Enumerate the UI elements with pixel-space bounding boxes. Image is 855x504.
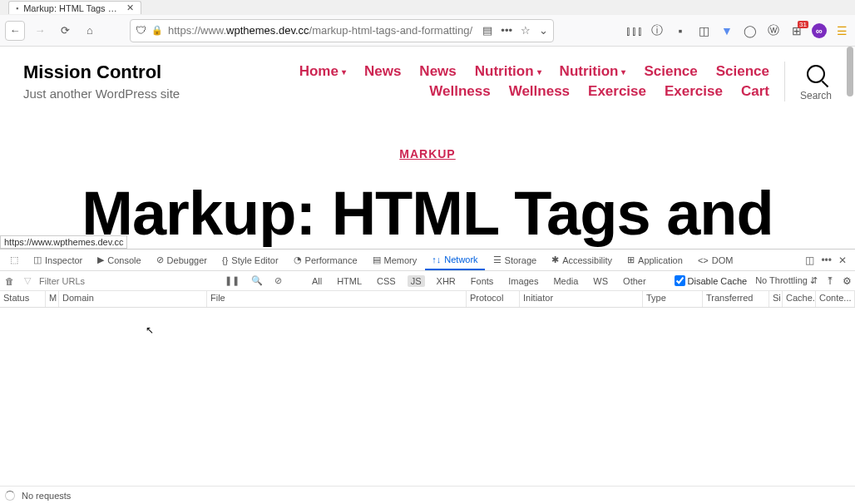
- home-button[interactable]: ⌂: [80, 21, 100, 41]
- col-domain[interactable]: Domain: [59, 291, 207, 307]
- nav-science-1[interactable]: Science: [644, 63, 697, 80]
- page-actions-icon[interactable]: •••: [501, 24, 512, 37]
- extension-icon[interactable]: ⊞31: [788, 24, 805, 37]
- nav-home[interactable]: Home▾: [299, 63, 346, 80]
- filter-ws[interactable]: WS: [590, 275, 611, 287]
- tab-inspector-label: Inspector: [45, 255, 82, 265]
- tab-performance[interactable]: ◔Performance: [287, 250, 364, 270]
- col-transferred[interactable]: Transferred: [703, 291, 769, 307]
- filter-all[interactable]: All: [309, 275, 325, 287]
- tab-accessibility-label: Accessibility: [562, 255, 612, 265]
- col-size[interactable]: Si: [769, 291, 783, 307]
- info-icon[interactable]: ⓘ: [649, 23, 665, 38]
- tab-accessibility[interactable]: ✱Accessibility: [545, 250, 619, 270]
- nav-exercise-2[interactable]: Exercise: [665, 83, 723, 100]
- throttling-select[interactable]: No Throttling ⇵: [755, 275, 818, 286]
- network-settings-icon[interactable]: ⚙: [843, 275, 852, 287]
- scrollbar-thumb[interactable]: [847, 47, 853, 96]
- col-protocol[interactable]: Protocol: [467, 291, 520, 307]
- col-cache[interactable]: Cache...: [783, 291, 816, 307]
- nav-news-1[interactable]: News: [364, 63, 401, 80]
- browser-nav-bar: ← → ⟳ ⌂ 🛡 🔒 https://www.wpthemes.dev.cc/…: [0, 15, 855, 47]
- tab-inspector[interactable]: ◫Inspector: [27, 250, 89, 270]
- tab-network[interactable]: ↑↓Network: [425, 250, 484, 270]
- down-icon[interactable]: ▼: [719, 24, 735, 37]
- library-icon[interactable]: ⫿⫿⫿: [625, 24, 642, 37]
- filter-urls-input[interactable]: [39, 276, 156, 286]
- devtools-close-icon[interactable]: ✕: [838, 254, 847, 266]
- chevron-down-icon[interactable]: ▾: [342, 67, 346, 77]
- bookmark-icon[interactable]: ☆: [521, 24, 531, 37]
- site-title[interactable]: Mission Control: [23, 62, 180, 83]
- disable-cache-checkbox[interactable]: Disable Cache: [675, 275, 748, 286]
- tab-dom[interactable]: <>DOM: [691, 250, 740, 270]
- tab-application[interactable]: ⊞Application: [620, 250, 689, 270]
- nav-science-2[interactable]: Science: [716, 63, 769, 80]
- har-icon[interactable]: ⤒: [826, 275, 834, 287]
- pocket-icon[interactable]: ⌄: [539, 24, 548, 37]
- account-icon[interactable]: ◯: [742, 24, 759, 37]
- wp-icon[interactable]: ⓦ: [765, 23, 782, 38]
- browser-tab[interactable]: ▪ Markup: HTML Tags and Forma ✕: [8, 1, 141, 14]
- responsive-mode-icon[interactable]: ◫: [805, 254, 814, 266]
- sidebar-icon[interactable]: ◫: [695, 24, 712, 37]
- col-initiator[interactable]: Initiator: [520, 291, 643, 307]
- tab-console[interactable]: ▶Console: [91, 250, 147, 270]
- search-button[interactable]: 🔍: [250, 275, 264, 286]
- element-picker-button[interactable]: ⬚: [3, 250, 25, 270]
- devtools-more-icon[interactable]: •••: [821, 254, 832, 266]
- col-file[interactable]: File: [207, 291, 467, 307]
- nav-nutrition-1[interactable]: Nutrition▾: [475, 63, 541, 80]
- nav-news-2[interactable]: News: [419, 63, 456, 80]
- col-status[interactable]: Status: [0, 291, 46, 307]
- col-method[interactable]: M: [46, 291, 59, 307]
- shield-icon[interactable]: 🛡: [136, 24, 146, 37]
- chevron-down-icon[interactable]: ▾: [537, 67, 541, 77]
- filter-icon[interactable]: ▽: [22, 275, 32, 286]
- page-content: Mission Control Just another WordPress s…: [0, 47, 855, 249]
- clear-button[interactable]: 🗑: [3, 276, 16, 286]
- nav-cart[interactable]: Cart: [741, 83, 769, 100]
- filter-html[interactable]: HTML: [334, 275, 365, 287]
- search-toggle[interactable]: Search: [800, 62, 832, 101]
- tab-storage[interactable]: ☰Storage: [487, 250, 544, 270]
- disable-cache-input[interactable]: [675, 275, 685, 286]
- filter-images[interactable]: Images: [505, 275, 541, 287]
- inspector-icon: ◫: [33, 254, 42, 265]
- back-button[interactable]: ←: [5, 21, 25, 41]
- profile-badge[interactable]: ∞: [812, 23, 827, 38]
- filter-other[interactable]: Other: [620, 275, 650, 287]
- forward-button[interactable]: →: [30, 21, 50, 41]
- lock-icon[interactable]: 🔒: [151, 25, 163, 36]
- tab-memory[interactable]: ▤Memory: [366, 250, 424, 270]
- category-link[interactable]: MARKUP: [399, 147, 455, 161]
- nav-home-label: Home: [299, 63, 339, 80]
- filter-xhr[interactable]: XHR: [433, 275, 459, 287]
- nav-wellness-2[interactable]: Wellness: [509, 83, 570, 100]
- block-button[interactable]: ⊘: [273, 275, 284, 286]
- disable-cache-label: Disable Cache: [688, 276, 748, 286]
- col-type[interactable]: Type: [643, 291, 703, 307]
- filter-js[interactable]: JS: [408, 275, 425, 287]
- tab-memory-label: Memory: [384, 255, 418, 265]
- chat-icon[interactable]: ▪: [672, 24, 689, 37]
- page-title: Markup: HTML Tags and: [0, 183, 855, 245]
- tab-debugger[interactable]: ⊘Debugger: [150, 250, 214, 270]
- filter-css[interactable]: CSS: [373, 275, 399, 287]
- nav-nutrition-2[interactable]: Nutrition▾: [560, 63, 626, 80]
- pause-button[interactable]: ❚❚: [223, 275, 241, 286]
- reader-mode-icon[interactable]: ▤: [482, 24, 492, 37]
- tab-style-editor[interactable]: {}Style Editor: [215, 250, 285, 270]
- close-icon[interactable]: ✕: [126, 2, 134, 13]
- address-bar[interactable]: 🛡 🔒 https://www.wpthemes.dev.cc/markup-h…: [130, 19, 554, 42]
- network-table-header: Status M Domain File Protocol Initiator …: [0, 291, 855, 308]
- memory-icon: ▤: [373, 254, 381, 265]
- filter-media[interactable]: Media: [550, 275, 581, 287]
- menu-icon[interactable]: ☰: [833, 24, 850, 37]
- chevron-down-icon[interactable]: ▾: [621, 67, 625, 77]
- col-content[interactable]: Conte...: [816, 291, 855, 307]
- filter-fonts[interactable]: Fonts: [467, 275, 497, 287]
- nav-wellness-1[interactable]: Wellness: [429, 83, 490, 100]
- nav-exercise-1[interactable]: Exercise: [588, 83, 646, 100]
- reload-button[interactable]: ⟳: [55, 21, 75, 41]
